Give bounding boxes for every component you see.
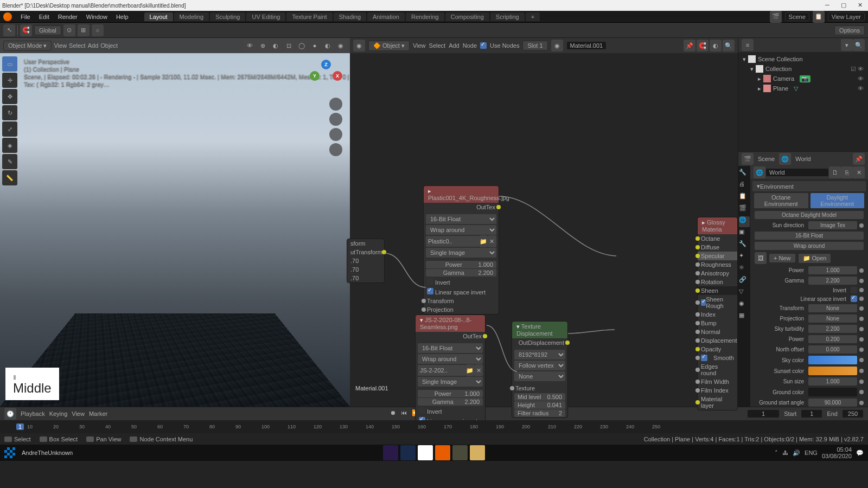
outliner-type-icon[interactable]: ≡ bbox=[742, 39, 754, 51]
ptab-constraint[interactable]: 🔗 bbox=[739, 276, 750, 287]
env-transform[interactable]: None bbox=[808, 304, 857, 312]
env-octane-tab[interactable]: Octane Environment bbox=[754, 192, 809, 209]
tl-autokey-icon[interactable]: ⏺ bbox=[390, 409, 400, 418]
pan-icon[interactable] bbox=[329, 113, 342, 126]
overlay-icon[interactable]: ◐ bbox=[270, 40, 282, 52]
env-sky-color[interactable] bbox=[808, 356, 857, 364]
tl-keying[interactable]: Keying bbox=[49, 410, 68, 417]
editor-type-icon[interactable]: ◉ bbox=[353, 40, 365, 52]
world-new-icon[interactable]: 🗋 bbox=[829, 166, 841, 178]
node2-invert[interactable]: Invert bbox=[416, 406, 485, 416]
node-image-seamless[interactable]: ▾ JS-2-2020-08-..8-Seamless.png OutTex 1… bbox=[415, 314, 486, 426]
visibility-icon[interactable]: 👁 bbox=[244, 40, 256, 52]
tray-up-icon[interactable]: ˄ bbox=[775, 450, 778, 457]
proportional-icon[interactable]: ○ bbox=[92, 24, 104, 36]
ne-select[interactable]: Select bbox=[429, 42, 446, 49]
taskbar-app5[interactable] bbox=[452, 445, 468, 460]
tab-shading[interactable]: Shading bbox=[334, 12, 366, 21]
world-browse-icon[interactable]: 🌐 bbox=[754, 166, 765, 178]
minimize-button[interactable]: ─ bbox=[819, 0, 835, 11]
env-invert[interactable] bbox=[851, 287, 857, 293]
options-dropdown[interactable]: Options bbox=[834, 25, 865, 35]
tab-animation[interactable]: Animation bbox=[367, 12, 405, 21]
taskbar-app2[interactable] bbox=[400, 445, 416, 460]
orientation-dropdown[interactable]: Global bbox=[34, 25, 61, 35]
node1-title[interactable]: ▸ Plastic001_4K_Roughness.jpg bbox=[424, 186, 499, 203]
layer-icon[interactable]: 📋 bbox=[813, 11, 825, 23]
tl-jumpstart-icon[interactable]: ⏮ bbox=[401, 409, 411, 418]
node-object-dropdown[interactable]: 🔶 Object ▾ bbox=[368, 41, 410, 51]
ne-search-icon[interactable]: 🔍 bbox=[723, 40, 735, 52]
node2-file[interactable] bbox=[418, 365, 465, 376]
viewport-menu-add[interactable]: Add bbox=[88, 42, 99, 49]
env-north[interactable]: 0.000 bbox=[808, 345, 857, 354]
node3-mid[interactable]: Mid level0.500 bbox=[514, 393, 565, 401]
env-lsi[interactable] bbox=[851, 296, 857, 302]
node3-follow[interactable]: Follow vertex normal bbox=[514, 361, 565, 370]
use-nodes-check[interactable] bbox=[480, 42, 487, 49]
node2-bit-depth[interactable]: 16-Bit Float bbox=[418, 343, 483, 353]
node1-wrap[interactable]: Wrap around bbox=[426, 225, 496, 235]
persp-icon[interactable] bbox=[329, 143, 342, 156]
node1-projection[interactable]: Projection bbox=[424, 305, 499, 314]
timeline-type-icon[interactable]: 🕐 bbox=[4, 408, 16, 420]
node2-power[interactable]: Power1.000 bbox=[418, 390, 483, 397]
menu-file[interactable]: File bbox=[16, 14, 35, 20]
menu-render[interactable]: Render bbox=[54, 14, 82, 20]
outliner[interactable]: ≡ ▾ 🔍 ▾Scene Collection ▾Collection☑ 👁 ▸… bbox=[738, 38, 868, 152]
ptab-viewlayer[interactable]: 📋 bbox=[739, 192, 750, 203]
camera-icon[interactable] bbox=[329, 128, 342, 141]
pivot-icon[interactable]: ⊙ bbox=[63, 24, 75, 36]
ptab-texture[interactable]: ▦ bbox=[739, 312, 750, 323]
viewport-menu-object[interactable]: Object bbox=[100, 42, 118, 49]
node1-power[interactable]: Power1.000 bbox=[426, 261, 496, 268]
tab-uv[interactable]: UV Editing bbox=[246, 12, 285, 21]
node3-res[interactable]: 8192*8192 bbox=[514, 350, 565, 359]
viewport-menu-view[interactable]: View bbox=[54, 42, 67, 49]
tl-end[interactable]: 250 bbox=[842, 409, 864, 418]
tree-scene-collection[interactable]: ▾Scene Collection bbox=[741, 54, 866, 64]
node2-wrap[interactable]: Wrap around bbox=[418, 354, 483, 364]
node3-height[interactable]: Height0.041 bbox=[514, 401, 565, 409]
tray-lang-icon[interactable]: ENG bbox=[805, 450, 818, 456]
ptab-particle[interactable]: ✦ bbox=[739, 252, 750, 263]
node3-none[interactable]: None bbox=[514, 371, 565, 381]
tray-time[interactable]: 05:04 bbox=[822, 446, 852, 453]
ptab-render[interactable]: 🔧 bbox=[739, 169, 750, 179]
env-wrap[interactable]: Wrap around bbox=[755, 242, 864, 250]
ptab-world[interactable]: 🌐 bbox=[739, 216, 750, 227]
tab-compositing[interactable]: Compositing bbox=[445, 12, 489, 21]
ptab-output[interactable]: 🖨 bbox=[739, 181, 750, 191]
material-icon[interactable]: ◉ bbox=[551, 40, 563, 52]
tl-frame[interactable]: 1 bbox=[747, 409, 780, 418]
node1-lsi[interactable]: Linear space invert bbox=[424, 287, 499, 297]
tab-add[interactable]: + bbox=[526, 12, 540, 21]
env-projection[interactable]: None bbox=[808, 314, 857, 323]
tl-current-frame[interactable]: 1 bbox=[16, 423, 24, 430]
env-img-icon[interactable]: 🖼 bbox=[755, 252, 767, 264]
shading-solid-icon[interactable]: ● bbox=[309, 40, 321, 52]
menu-edit[interactable]: Edit bbox=[35, 14, 54, 20]
tree-collection[interactable]: ▾Collection☑ 👁 bbox=[741, 64, 866, 74]
env-sun-size[interactable]: 1.000 bbox=[808, 377, 857, 386]
ptab-object[interactable]: ▣ bbox=[739, 228, 750, 239]
tree-camera[interactable]: ▸Camera📷👁 bbox=[741, 74, 866, 84]
node3-filter[interactable]: Filter radius2 bbox=[514, 409, 565, 417]
taskbar-app1[interactable] bbox=[383, 445, 398, 460]
node-image-roughness[interactable]: ▸ Plastic001_4K_Roughness.jpg OutTex 16-… bbox=[423, 185, 499, 314]
ne-add[interactable]: Add bbox=[449, 42, 459, 49]
mode-dropdown[interactable]: Object Mode ▾ bbox=[3, 41, 52, 51]
maximize-button[interactable]: ▢ bbox=[835, 0, 852, 11]
tab-texpaint[interactable]: Texture Paint bbox=[286, 12, 332, 21]
tl-playback[interactable]: Playback bbox=[21, 410, 45, 417]
env-model[interactable]: Octane Daylight Model bbox=[755, 211, 864, 219]
node1-invert[interactable]: Invert bbox=[424, 277, 499, 287]
taskbar-blender[interactable] bbox=[435, 445, 450, 460]
scale-tool[interactable]: ⤢ bbox=[2, 121, 17, 137]
props-scene-icon[interactable]: 🎬 bbox=[742, 153, 754, 165]
annotate-tool[interactable]: ✎ bbox=[2, 154, 17, 169]
node1-clear[interactable]: ✕ bbox=[488, 235, 496, 247]
tray-vol-icon[interactable]: 🔊 bbox=[793, 450, 800, 457]
layer-field[interactable]: View Layer bbox=[828, 12, 865, 21]
shading-rendered-icon[interactable]: ◉ bbox=[335, 40, 347, 52]
